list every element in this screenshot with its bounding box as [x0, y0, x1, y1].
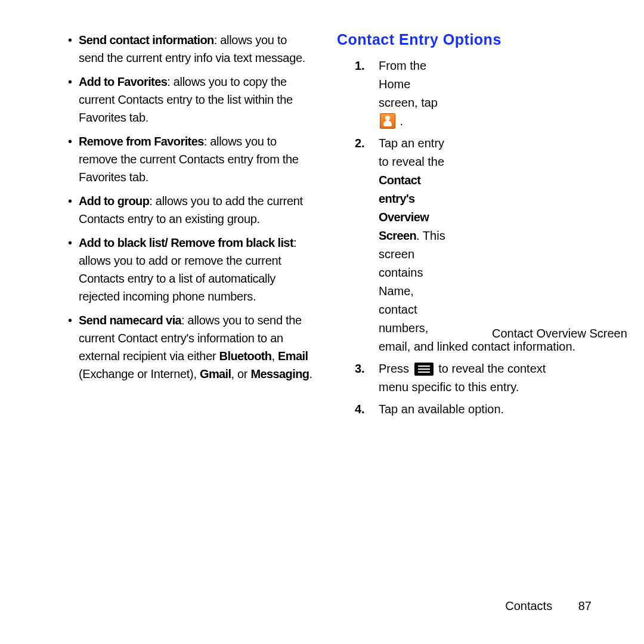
bluetooth: Bluetooth — [219, 349, 272, 363]
step-body: Press to reveal the context menu specifi… — [379, 360, 578, 397]
step-body: Tap an available option. — [379, 400, 578, 419]
term: Send namecard via — [79, 314, 181, 327]
term: Remove from Favorites — [79, 135, 204, 148]
gmail: Gmail — [200, 367, 231, 380]
list-item: Remove from Favorites: allows you to rem… — [79, 132, 313, 186]
options-list: Send contact information: allows you to … — [66, 31, 313, 383]
section-heading: Contact Entry Options — [337, 31, 596, 48]
page-number: 87 — [578, 599, 592, 613]
list-item: Send contact information: allows you to … — [79, 31, 313, 67]
step-body: From the Home screen, tap . — [379, 57, 449, 131]
step-list: 1. From the Home screen, tap . 2. Tap an… — [337, 57, 596, 419]
step-number: 4. — [355, 400, 365, 419]
step-1: 1. From the Home screen, tap . — [379, 57, 596, 131]
list-item: Add to group: allows you to add the curr… — [79, 192, 313, 228]
step-body: Tap an entry to reveal the Contact entry… — [379, 134, 596, 356]
term: Add to black list/ Remove from black lis… — [79, 236, 293, 249]
term: Add to group — [79, 194, 149, 208]
messaging: Messaging — [250, 367, 309, 380]
term: Send contact information — [79, 33, 214, 47]
step-number: 2. — [355, 134, 365, 153]
page-footer: Contacts 87 — [505, 599, 592, 613]
email: Email — [278, 349, 308, 363]
list-item: Add to Favorites: allows you to copy the… — [79, 73, 313, 126]
list-item: Send namecard via: allows you to send th… — [79, 311, 313, 383]
contacts-icon — [380, 113, 395, 129]
step-number: 3. — [355, 360, 365, 378]
step-2: 2. Tap an entry to reveal the Contact en… — [379, 134, 596, 356]
right-column: Contact Entry Options 1. From the Home s… — [337, 31, 596, 422]
left-column: Send contact information: allows you to … — [66, 31, 313, 422]
manual-page: Send contact information: allows you to … — [0, 0, 644, 644]
term: Add to Favorites — [79, 75, 167, 88]
chapter-name: Contacts — [505, 599, 552, 612]
two-column-layout: Send contact information: allows you to … — [66, 31, 596, 422]
step-4: 4. Tap an available option. — [379, 400, 596, 419]
menu-icon — [414, 363, 434, 376]
step-3: 3. Press to reveal the context menu spec… — [379, 360, 596, 397]
list-item: Add to black list/ Remove from black lis… — [79, 234, 313, 305]
figure-caption: Contact Overview Screen — [492, 324, 627, 343]
step-number: 1. — [355, 57, 365, 75]
